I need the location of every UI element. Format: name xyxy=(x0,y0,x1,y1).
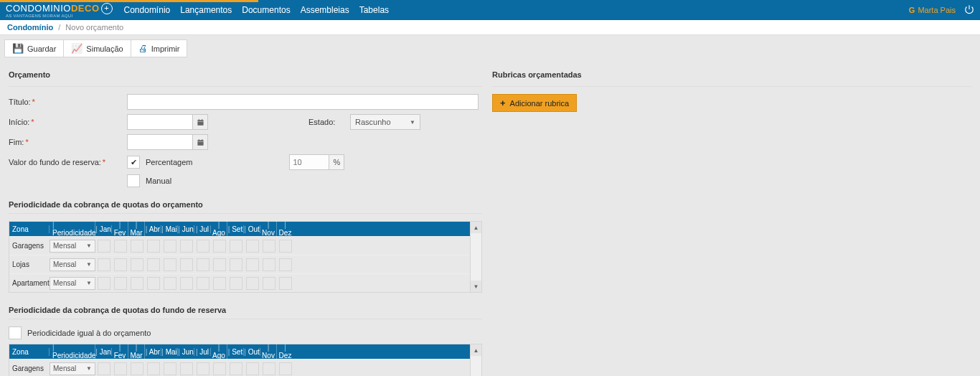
month-cell[interactable] xyxy=(230,258,242,271)
month-cell[interactable] xyxy=(164,258,176,271)
nav-lancamentos[interactable]: Lançamentos xyxy=(180,5,232,15)
chevron-down-icon: ▼ xyxy=(86,280,92,286)
breadcrumb-main[interactable]: Condomínio xyxy=(7,23,53,32)
user-name: Marta Pais xyxy=(918,6,956,14)
save-button[interactable]: 💾 Guardar xyxy=(5,40,64,57)
percentagem-checkbox[interactable] xyxy=(127,156,140,169)
divider xyxy=(9,86,482,87)
print-button[interactable]: 🖨 Imprimir xyxy=(131,40,187,57)
month-cell[interactable] xyxy=(246,362,259,375)
month-cell[interactable] xyxy=(279,362,292,375)
month-cell[interactable] xyxy=(279,258,292,271)
month-cell[interactable] xyxy=(197,362,209,375)
svg-rect-7 xyxy=(198,138,199,140)
month-cell[interactable] xyxy=(131,362,143,375)
month-cell[interactable] xyxy=(114,240,127,253)
month-cell[interactable] xyxy=(246,258,259,271)
month-cell[interactable] xyxy=(131,277,143,290)
month-cell[interactable] xyxy=(147,362,160,375)
month-cell[interactable] xyxy=(164,362,176,375)
period-select[interactable]: Mensal▼ xyxy=(50,362,95,375)
user-menu[interactable]: G Marta Pais xyxy=(909,6,956,14)
nav-tabelas[interactable]: Tabelas xyxy=(359,5,389,15)
month-cell[interactable] xyxy=(98,277,110,290)
scrollbar[interactable]: ▲ ▼ xyxy=(471,344,482,376)
month-cell[interactable] xyxy=(230,277,242,290)
logo-tagline: AS VANTAGENS MORAM AQUI xyxy=(6,14,113,18)
month-cell[interactable] xyxy=(279,240,292,253)
month-cell[interactable] xyxy=(180,258,193,271)
scroll-down-icon[interactable]: ▼ xyxy=(471,281,481,292)
month-cell[interactable] xyxy=(131,258,143,271)
zona-cell: Apartamento xyxy=(9,279,50,287)
period-value: Mensal xyxy=(53,242,76,250)
table-row: LojasMensal▼ xyxy=(9,255,470,273)
same-period-checkbox[interactable] xyxy=(9,326,22,339)
month-cell[interactable] xyxy=(213,362,226,375)
month-cell[interactable] xyxy=(263,362,275,375)
month-cell[interactable] xyxy=(230,362,242,375)
chevron-down-icon: ▼ xyxy=(410,119,415,126)
same-period-label: Periodicidade igual à do orçamento xyxy=(27,329,151,337)
add-rubrica-button[interactable]: + Adicionar rubrica xyxy=(492,94,577,112)
period-select[interactable]: Mensal▼ xyxy=(50,277,95,290)
month-cell[interactable] xyxy=(246,240,259,253)
month-cell[interactable] xyxy=(197,258,209,271)
print-label: Imprimir xyxy=(151,44,180,53)
zona-cell: Lojas xyxy=(9,260,50,268)
user-prefix-icon: G xyxy=(909,6,915,14)
month-cell[interactable] xyxy=(213,277,226,290)
percentagem-label: Percentagem xyxy=(146,158,192,166)
month-cell[interactable] xyxy=(164,277,176,290)
month-cell[interactable] xyxy=(147,240,160,253)
chevron-down-icon: ▼ xyxy=(86,365,92,372)
period-select[interactable]: Mensal▼ xyxy=(50,240,95,253)
scroll-up-icon[interactable]: ▲ xyxy=(471,222,481,233)
month-cell[interactable] xyxy=(180,362,193,375)
month-cell[interactable] xyxy=(98,258,110,271)
month-cell[interactable] xyxy=(147,258,160,271)
simulation-button[interactable]: 📈 Simulação xyxy=(64,40,131,57)
nav-documentos[interactable]: Documentos xyxy=(242,5,290,15)
col-zona: Zona xyxy=(9,225,50,233)
month-cell[interactable] xyxy=(263,240,275,253)
month-cell[interactable] xyxy=(213,258,226,271)
titulo-input[interactable] xyxy=(127,94,479,110)
month-cell[interactable] xyxy=(263,258,275,271)
month-cell[interactable] xyxy=(197,240,209,253)
month-cell[interactable] xyxy=(197,277,209,290)
month-cell[interactable] xyxy=(180,277,193,290)
logo[interactable]: CONDOMINIODECO+ AS VANTAGENS MORAM AQUI xyxy=(6,3,113,18)
scroll-up-icon[interactable]: ▲ xyxy=(471,344,481,356)
month-cell[interactable] xyxy=(263,277,275,290)
accent-bar xyxy=(0,0,258,2)
month-cell[interactable] xyxy=(131,240,143,253)
month-cell[interactable] xyxy=(147,277,160,290)
month-cell[interactable] xyxy=(180,240,193,253)
nav-assembleias[interactable]: Assembleias xyxy=(301,5,349,15)
fim-input[interactable] xyxy=(127,134,193,150)
logout-button[interactable] xyxy=(964,4,974,16)
month-cell[interactable] xyxy=(164,240,176,253)
month-cell[interactable] xyxy=(114,258,127,271)
nav-condominio[interactable]: Condomínio xyxy=(124,5,171,15)
inicio-calendar-button[interactable] xyxy=(192,114,208,130)
month-cell[interactable] xyxy=(230,240,242,253)
scrollbar[interactable]: ▲ ▼ xyxy=(471,221,482,293)
estado-select[interactable]: Rascunho ▼ xyxy=(350,114,420,130)
manual-checkbox[interactable] xyxy=(127,174,140,187)
month-cell[interactable] xyxy=(98,362,110,375)
breadcrumb-sep: / xyxy=(58,23,60,32)
inicio-input[interactable] xyxy=(127,114,193,130)
period-value: Mensal xyxy=(53,260,76,268)
percent-input[interactable] xyxy=(289,154,329,170)
month-cell[interactable] xyxy=(246,277,259,290)
period-select[interactable]: Mensal▼ xyxy=(50,258,95,271)
month-cell[interactable] xyxy=(114,277,127,290)
month-cell[interactable] xyxy=(279,277,292,290)
zona-cell: Garagens xyxy=(9,365,50,372)
month-cell[interactable] xyxy=(98,240,110,253)
fim-calendar-button[interactable] xyxy=(192,134,208,150)
month-cell[interactable] xyxy=(114,362,127,375)
month-cell[interactable] xyxy=(213,240,226,253)
